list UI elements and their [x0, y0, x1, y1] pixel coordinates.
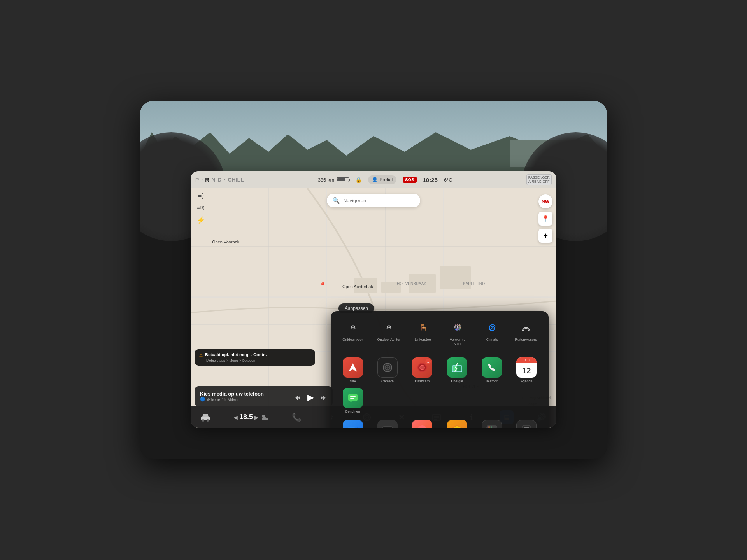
svg-rect-31 — [348, 427, 355, 428]
linkerstoel-icon: 🪑 — [415, 319, 432, 336]
sidebar-icon-lights[interactable]: ≡) — [195, 191, 207, 200]
svg-rect-91 — [262, 415, 265, 417]
svg-marker-32 — [355, 427, 358, 428]
range-text: 386 km — [318, 177, 335, 183]
media-title: Kies media op uw telefoon — [200, 391, 264, 397]
berichten-label: Berichten — [345, 410, 360, 414]
prev-button[interactable]: ⏮ — [294, 394, 301, 402]
quick-verwarmd-stuur[interactable]: 🎡 Verwarmd Stuur — [446, 319, 469, 346]
sidebar-icon-charge[interactable]: ⚡ — [195, 215, 207, 225]
taskbar-temp-group: ◀ 18.5 ▶ — [233, 413, 269, 421]
taskbar-arrow-left[interactable]: ◀ — [233, 414, 238, 420]
media-device: iPhone 15 Milan — [207, 397, 238, 402]
main-screen: P · R N D · CHILL 386 km 🔒 👤 Profiel — [140, 101, 607, 459]
warning-sub: Mobiele app > Menu > Opladen — [199, 359, 310, 362]
app-telefoon[interactable]: Telefoon — [476, 357, 507, 383]
svg-point-88 — [202, 419, 204, 422]
arcade-icon — [412, 420, 432, 428]
play-button[interactable]: ▶ — [307, 392, 314, 402]
svg-rect-90 — [262, 417, 266, 420]
svg-rect-50 — [523, 425, 530, 428]
map-label-kapeleind: KAPELEIND — [463, 282, 485, 286]
payment-warning: ⚠ Betaald opl. niet mog. - Contr.. Mobie… — [195, 349, 315, 366]
search-bar[interactable]: 🔍 — [327, 194, 420, 207]
seat-icon — [261, 413, 269, 421]
camera-label: Camera — [381, 379, 394, 383]
next-button[interactable]: ⏭ — [320, 394, 327, 402]
climate-icon: 🌀 — [484, 319, 501, 336]
app-nav[interactable]: Nav — [337, 357, 368, 383]
svg-text:🌀: 🌀 — [488, 324, 496, 331]
svg-text:🪑: 🪑 — [419, 323, 428, 332]
svg-text:❄: ❄ — [386, 324, 392, 331]
telefoon-label: Telefoon — [485, 379, 498, 383]
ontdooi-achter-icon: ❄ — [380, 319, 397, 336]
app-arcade[interactable]: Arcade — [407, 420, 438, 428]
quick-ontdooi-voor[interactable]: ❄ Ontdooi Voor — [342, 319, 363, 346]
top-bar: P · R N D · CHILL 386 km 🔒 👤 Profiel — [191, 171, 556, 188]
app-camera[interactable]: Camera — [372, 357, 403, 383]
toybox-icon — [447, 420, 467, 428]
media-info: Kies media op uw telefoon 🔵 iPhone 15 Mi… — [200, 391, 264, 402]
sos-button[interactable]: SOS — [403, 177, 416, 183]
taskbar-phone-icon[interactable]: 📞 — [290, 410, 304, 424]
app-theater[interactable]: Theater — [372, 420, 403, 428]
app-toybox[interactable]: Toybox — [441, 420, 473, 428]
media-area: Kies media op uw telefoon 🔵 iPhone 15 Mi… — [195, 386, 333, 406]
quick-linkerstoel[interactable]: 🪑 Linkerstoel — [415, 319, 432, 346]
taskbar-car-icon[interactable] — [198, 410, 212, 424]
app-agenda[interactable]: DEC 12 Agenda — [511, 357, 542, 383]
svg-point-35 — [417, 425, 427, 428]
app-grid-row1: Nav Camera — [335, 356, 544, 416]
svg-rect-29 — [350, 396, 356, 397]
profile-button[interactable]: 👤 Profiel — [368, 175, 396, 184]
ontdooi-achter-label: Ontdooi Achter — [377, 338, 401, 342]
quick-ontdooi-achter[interactable]: ❄ Ontdooi Achter — [377, 319, 401, 346]
quick-ruitenwissers[interactable]: Ruitenwissers — [515, 319, 537, 346]
telefoon-icon — [482, 357, 502, 378]
app-browser[interactable]: Browser — [476, 420, 507, 428]
warning-icon: ⚠ — [199, 353, 203, 357]
compass-button[interactable]: NW — [538, 194, 552, 208]
app-berichten[interactable]: Berichten — [337, 388, 368, 414]
gear-d: D — [217, 177, 221, 183]
dashcam-label: Dashcam — [415, 379, 430, 383]
agenda-icon: DEC 12 — [516, 357, 537, 378]
search-input[interactable] — [343, 198, 415, 203]
quick-climate[interactable]: 🌀 Climate — [484, 319, 501, 346]
calendar-date: 12 — [516, 366, 537, 375]
warning-row: ⚠ Betaald opl. niet mog. - Contr.. — [199, 352, 310, 358]
left-sidebar: ≡) ≡D) ⚡ — [195, 191, 207, 225]
calendar-header: DEC — [516, 357, 537, 363]
sidebar-icon-display[interactable]: ≡D) — [195, 203, 207, 212]
ruitenwissers-label: Ruitenwissers — [515, 338, 537, 342]
bluetooth-icon-small: 🔵 — [200, 397, 205, 402]
app-dashcam[interactable]: 1 Dashcam — [407, 357, 438, 383]
airbag-text-1: PASSENGER — [528, 175, 550, 180]
svg-rect-14 — [440, 266, 471, 289]
app-energie[interactable]: Energie — [441, 357, 473, 383]
agenda-label: Agenda — [521, 379, 533, 383]
svg-text:🎡: 🎡 — [453, 323, 462, 332]
verwarmd-stuur-icon: 🎡 — [449, 319, 466, 336]
app-handleiding[interactable]: ! Handleiding — [511, 420, 542, 428]
app-grid-row2: Zoom Theater — [335, 418, 544, 428]
zoom-plus-button[interactable]: + — [538, 229, 552, 243]
ruitenwissers-icon — [517, 319, 535, 336]
quick-controls: ❄ Ontdooi Voor ❄ Ontdooi Achter 🪑 Linker… — [335, 317, 544, 351]
top-bar-center: 386 km 🔒 👤 Profiel SOS 10:25 6°C — [244, 175, 526, 184]
warning-title: Betaald opl. niet mog. - Contr.. — [205, 352, 267, 357]
media-sub: 🔵 iPhone 15 Milan — [200, 397, 264, 402]
location-button[interactable]: 📍 — [538, 212, 552, 226]
open-voorbak-label: Open Voorbak — [212, 239, 239, 245]
svg-point-46 — [491, 427, 492, 428]
battery-fill — [337, 178, 345, 181]
app-zoom[interactable]: Zoom — [337, 420, 368, 428]
taskbar-arrow-right[interactable]: ▶ — [254, 414, 259, 420]
verwarmd-stuur-label: Verwarmd Stuur — [446, 338, 469, 346]
airbag-indicator: PASSENGER AIRBAG OFF — [526, 174, 552, 185]
energie-icon — [447, 357, 467, 378]
map-controls: NW 📍 + — [538, 194, 552, 243]
svg-marker-20 — [349, 363, 357, 372]
temp-display: 6°C — [444, 177, 452, 183]
